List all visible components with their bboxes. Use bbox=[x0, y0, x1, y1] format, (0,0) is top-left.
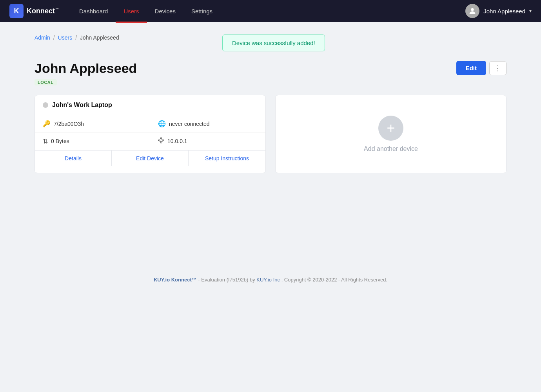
svg-rect-1 bbox=[160, 138, 162, 139]
setup-instructions-button[interactable]: Setup Instructions bbox=[189, 151, 265, 166]
logo-shield-icon: K bbox=[9, 4, 24, 18]
globe-icon: 🌐 bbox=[158, 120, 166, 127]
page-header-actions: Edit ⋮ bbox=[456, 61, 507, 75]
chevron-down-icon: ▾ bbox=[529, 8, 532, 14]
svg-line-7 bbox=[161, 141, 163, 142]
key-icon: 🔑 bbox=[43, 120, 51, 127]
nav-right: John Appleseed ▾ bbox=[465, 4, 532, 18]
logo-name: Konnect™ bbox=[27, 7, 59, 15]
edit-device-button[interactable]: Edit Device bbox=[112, 151, 189, 166]
breadcrumb-admin[interactable]: Admin bbox=[34, 34, 50, 41]
svg-point-0 bbox=[471, 8, 474, 11]
device-transfer-row: ⇅ 0 Bytes bbox=[35, 132, 150, 150]
user-name-label[interactable]: John Appleseed bbox=[483, 8, 525, 15]
footer-brand: KUY.io Konnect™ bbox=[154, 277, 197, 283]
logo[interactable]: K Konnect™ bbox=[9, 4, 59, 18]
svg-rect-4 bbox=[160, 142, 162, 143]
svg-rect-3 bbox=[162, 140, 164, 141]
transfer-icon: ⇅ bbox=[43, 138, 48, 145]
nav-devices[interactable]: Devices bbox=[147, 1, 183, 23]
device-connection-row: 🌐 never connected bbox=[150, 115, 265, 132]
breadcrumb: Admin / Users / John Appleseed bbox=[34, 34, 119, 41]
device-connection-value: never connected bbox=[169, 121, 210, 127]
nav-dashboard[interactable]: Dashboard bbox=[71, 1, 116, 23]
device-ip-value: 10.0.0.1 bbox=[167, 138, 187, 144]
device-key-value: 7/2ba00O3h bbox=[54, 121, 84, 127]
devices-grid: John's Work Laptop 🔑 7/2ba00O3h 🌐 never … bbox=[34, 95, 507, 173]
device-transfer-value: 0 Bytes bbox=[51, 138, 69, 144]
edit-button[interactable]: Edit bbox=[456, 61, 486, 75]
main-content: Admin / Users / John Appleseed Device wa… bbox=[16, 22, 525, 186]
page-header: John Appleseed LOCAL Edit ⋮ bbox=[34, 61, 507, 85]
network-icon bbox=[158, 137, 164, 145]
svg-line-6 bbox=[159, 141, 161, 142]
breadcrumb-sep-1: / bbox=[53, 34, 55, 41]
nav-left: K Konnect™ Dashboard Users Devices Setti… bbox=[9, 1, 220, 22]
breadcrumb-sep-2: / bbox=[75, 34, 77, 41]
footer-eval: Evaluation (f75192b) by bbox=[201, 277, 256, 283]
footer: KUY.io Konnect™ - Evaluation (f75192b) b… bbox=[0, 264, 541, 295]
nav-users[interactable]: Users bbox=[116, 1, 147, 23]
device-status-dot bbox=[43, 102, 48, 108]
device-card-header: John's Work Laptop bbox=[35, 95, 265, 115]
page-header-left: John Appleseed LOCAL bbox=[34, 61, 137, 85]
more-options-button[interactable]: ⋮ bbox=[489, 61, 507, 75]
nav-links: Dashboard Users Devices Settings bbox=[71, 1, 220, 22]
device-name: John's Work Laptop bbox=[52, 102, 112, 109]
device-card: John's Work Laptop 🔑 7/2ba00O3h 🌐 never … bbox=[34, 95, 266, 173]
top-navigation: K Konnect™ Dashboard Users Devices Setti… bbox=[0, 0, 541, 22]
success-banner: Device was successfully added! bbox=[222, 34, 325, 51]
add-device-icon: + bbox=[378, 116, 403, 141]
svg-rect-2 bbox=[158, 140, 160, 141]
device-info-grid: 🔑 7/2ba00O3h 🌐 never connected ⇅ 0 Bytes… bbox=[35, 115, 265, 150]
device-actions: Details Edit Device Setup Instructions bbox=[35, 150, 265, 166]
nav-settings[interactable]: Settings bbox=[183, 1, 220, 23]
add-device-label: Add another device bbox=[364, 145, 418, 152]
page-title: John Appleseed bbox=[34, 61, 137, 76]
footer-link[interactable]: KUY.io Inc bbox=[256, 277, 280, 283]
avatar bbox=[465, 4, 479, 18]
add-device-card[interactable]: + Add another device bbox=[275, 95, 507, 173]
device-ip-row: 10.0.0.1 bbox=[150, 132, 265, 150]
breadcrumb-users[interactable]: Users bbox=[58, 34, 73, 41]
breadcrumb-current: John Appleseed bbox=[80, 34, 119, 41]
device-key-row: 🔑 7/2ba00O3h bbox=[35, 115, 150, 132]
local-badge: LOCAL bbox=[34, 79, 57, 85]
footer-copy: . Copyright © 2020-2022 - All Rights Res… bbox=[281, 277, 387, 283]
details-button[interactable]: Details bbox=[35, 151, 112, 166]
